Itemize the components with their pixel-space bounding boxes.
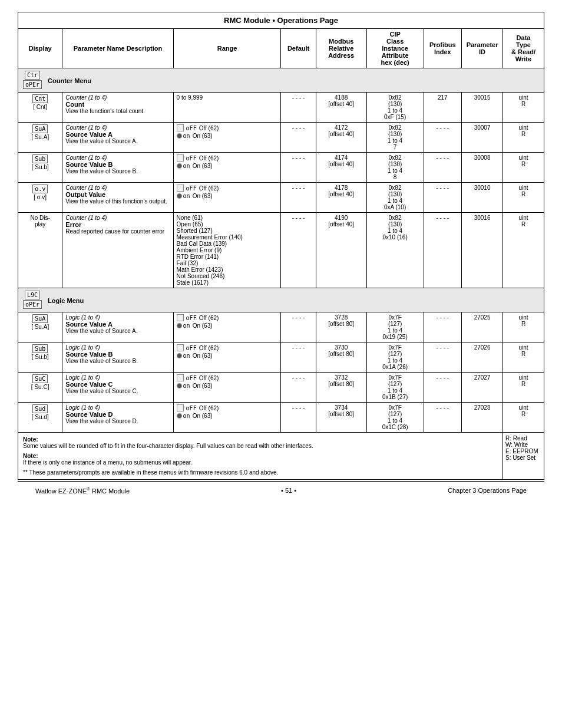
default-val: - - - -: [281, 213, 316, 288]
modbus-val: 3730[offset 80]: [316, 342, 366, 373]
profibus-val: 217: [424, 93, 462, 123]
param-id-val: 30015: [462, 93, 503, 123]
param-desc: View the value of Source D.: [65, 418, 170, 424]
display-text-nodisplay: No Dis-play: [30, 215, 49, 228]
default-val: - - - -: [281, 183, 316, 213]
display-box-lsub1: Sub: [32, 344, 48, 353]
note-3-prefix: **: [23, 469, 29, 476]
display-box-sua1: SuA: [32, 124, 48, 133]
display-box-lsuc1: SuC: [32, 374, 48, 383]
footer-center: • 51 •: [281, 487, 296, 494]
off-box: [177, 374, 184, 381]
default-val: - - - -: [281, 403, 316, 433]
table-row: SuA [ Su.A] Counter (1 to 4) Source Valu…: [18, 123, 544, 153]
param-id-val: 30007: [462, 123, 503, 153]
param-bold: Source Value B: [65, 351, 170, 358]
col-datatype: DataType& Read/Write: [503, 29, 544, 68]
param-desc: View the value of Source C.: [65, 388, 170, 394]
data-type-val: uintR: [503, 153, 544, 183]
counter-display-bot: oPEr: [23, 80, 42, 89]
param-id-val: 27027: [462, 373, 503, 403]
modbus-val: 4178[offset 40]: [316, 183, 366, 213]
default-val: - - - -: [281, 312, 316, 342]
col-modbus: ModbusRelativeAddress: [316, 29, 366, 68]
col-display: Display: [18, 29, 62, 68]
col-paramid: ParameterID: [462, 29, 503, 68]
param-id-val: 27025: [462, 312, 503, 342]
data-type-val: uintR: [503, 123, 544, 153]
col-profibus: ProfibusIndex: [424, 29, 462, 68]
param-id-val: 30016: [462, 213, 503, 288]
display-text-lsua: [ Su.A]: [31, 324, 49, 330]
off-box: [177, 124, 184, 131]
profibus-val: - - - -: [424, 183, 462, 213]
param-bold: Source Value C: [65, 381, 170, 388]
param-bold: Count: [65, 101, 170, 108]
counter-menu-label: Counter Menu: [48, 77, 91, 84]
footer-left: Watlow EZ-ZONE® RMC Module: [35, 486, 130, 495]
cip-val: 0x82(130)1 to 47: [366, 123, 424, 153]
logic-display-bot: oPEr: [23, 300, 42, 309]
on-indicator: on: [177, 133, 190, 139]
param-desc: Read reported cause for counter error: [65, 228, 170, 235]
display-box-cnt1: Cnt: [32, 94, 48, 103]
default-val: - - - -: [281, 153, 316, 183]
note-2-label: Note:: [23, 453, 38, 459]
logic-section-header: L9C oPEr Logic Menu: [18, 288, 544, 312]
param-italic: Counter (1 to 4): [65, 215, 170, 221]
param-id-val: 30010: [462, 183, 503, 213]
param-bold: Error: [65, 221, 170, 228]
param-id-val: 27026: [462, 342, 503, 373]
data-type-val: uintR: [503, 183, 544, 213]
title-row: RMC Module • Operations Page: [18, 12, 544, 29]
table-row: o.v [ o.v] Counter (1 to 4) Output Value…: [18, 183, 544, 213]
off-box: [177, 314, 184, 321]
modbus-val: 3732[offset 80]: [316, 373, 366, 403]
param-italic: Logic (1 to 4): [65, 374, 170, 381]
note-2-text: If there is only one instance of a menu,…: [23, 459, 192, 466]
data-type-val: uintR: [503, 312, 544, 342]
table-row: SuC [ Su.C] Logic (1 to 4) Source Value …: [18, 373, 544, 403]
profibus-val: - - - -: [424, 403, 462, 433]
table-row: No Dis-play Counter (1 to 4) Error Read …: [18, 213, 544, 288]
param-italic: Logic (1 to 4): [65, 314, 170, 321]
default-val: - - - -: [281, 123, 316, 153]
counter-section-header: Ctr oPEr Counter Menu: [18, 68, 544, 93]
default-val: - - - -: [281, 342, 316, 373]
display-box-lsua1: SuA: [32, 314, 48, 323]
display-box-sub1: Sub: [32, 154, 48, 163]
cip-val: 0x82(130)1 to 40xA (10): [366, 183, 424, 213]
cip-val: 0x7F(127)1 to 40x1C (28): [366, 403, 424, 433]
data-type-val: uintR: [503, 93, 544, 123]
col-range: Range: [173, 29, 281, 68]
cip-val: 0x7F(127)1 to 40x1A (26): [366, 342, 424, 373]
page-title: RMC Module • Operations Page: [18, 12, 544, 29]
table-row: Sub [ Su.b] Logic (1 to 4) Source Value …: [18, 342, 544, 373]
param-desc: View the value of this function's output…: [65, 198, 170, 205]
param-bold: Source Value A: [65, 131, 170, 138]
data-type-val: uintR: [503, 373, 544, 403]
data-type-note: R: ReadW: WriteE: EEPROMS: User Set: [503, 433, 544, 480]
param-id-val: 30008: [462, 153, 503, 183]
note-3-text: These parameters/prompts are available i…: [29, 469, 278, 476]
col-cip: CIPClassInstanceAttributehex (dec): [366, 29, 424, 68]
display-text-lsub: [ Su.b]: [32, 354, 49, 360]
header-row: Display Parameter Name Description Range…: [18, 29, 544, 68]
display-text-lsuc: [ Su.C]: [31, 384, 49, 390]
cip-val: 0x7F(127)1 to 40x19 (25): [366, 312, 424, 342]
profibus-val: - - - -: [424, 153, 462, 183]
note-1: Note: Some values will be rounded off to…: [23, 436, 498, 449]
profibus-val: - - - -: [424, 312, 462, 342]
table-row: Sub [ Su.b] Counter (1 to 4) Source Valu…: [18, 153, 544, 183]
param-desc: View the value of Source A.: [65, 328, 170, 334]
modbus-val: 4188[offset 40]: [316, 93, 366, 123]
profibus-val: - - - -: [424, 123, 462, 153]
param-bold: Source Value A: [65, 321, 170, 328]
note-3: ** These parameters/prompts are availabl…: [23, 469, 498, 476]
display-box-ov1: o.v: [32, 185, 48, 193]
data-type-val: uintR: [503, 213, 544, 288]
param-italic: Logic (1 to 4): [65, 404, 170, 411]
param-desc: View the function's total count.: [65, 108, 170, 114]
data-type-val: uintR: [503, 403, 544, 433]
modbus-val: 3734[offset 80]: [316, 403, 366, 433]
